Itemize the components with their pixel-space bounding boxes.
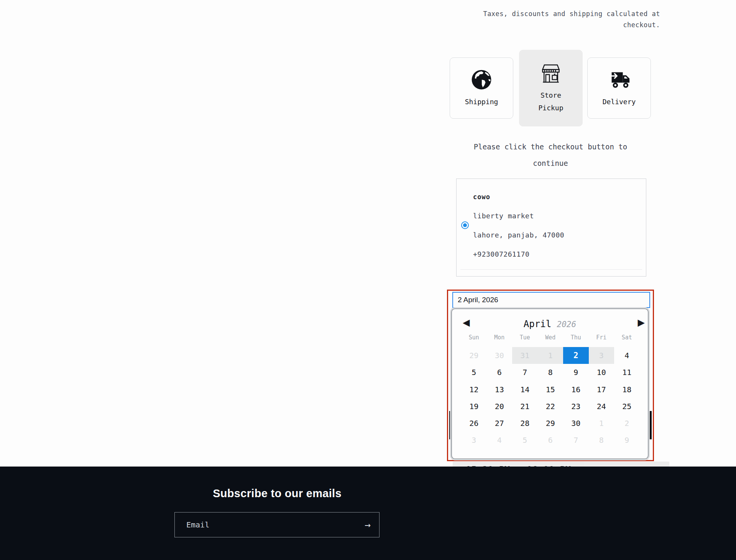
store-phone: +923007261170 xyxy=(473,245,564,264)
weekday-label: Mon xyxy=(487,334,513,341)
calendar-day[interactable]: 4 xyxy=(614,347,640,364)
delivery-option-label: Shipping xyxy=(465,95,498,108)
calendar-day[interactable]: 18 xyxy=(614,381,640,398)
calendar-weekday-row: SunMonTueWedThuFriSat xyxy=(461,334,640,341)
calendar-day-selected[interactable]: 2 xyxy=(563,347,589,364)
delivery-option-store-pickup[interactable]: Store Pickup xyxy=(519,50,583,126)
calendar-day[interactable]: 10 xyxy=(589,364,614,381)
calendar-day-grid: 2930311234567891011121314151617181920212… xyxy=(461,347,640,449)
calendar-day[interactable]: 19 xyxy=(461,398,487,415)
calendar-month: April xyxy=(524,319,551,329)
weekday-label: Thu xyxy=(563,334,589,341)
store-address: liberty market xyxy=(473,206,564,226)
calendar-title: April 2026 xyxy=(452,318,648,330)
globe-icon xyxy=(471,69,492,91)
pickup-location-radio[interactable] xyxy=(461,221,469,229)
weekday-label: Wed xyxy=(538,334,564,341)
calendar-day[interactable]: 20 xyxy=(487,398,513,415)
taxes-note: Taxes, discounts and shipping calculated… xyxy=(422,8,660,31)
calendar-day: 6 xyxy=(538,432,564,449)
card-divider xyxy=(460,269,642,270)
weekday-label: Fri xyxy=(589,334,614,341)
calendar-day: 3 xyxy=(461,432,487,449)
calendar-day[interactable]: 23 xyxy=(563,398,589,415)
calendar-day[interactable]: 16 xyxy=(563,381,589,398)
checkout-hint: Please click the checkout button to cont… xyxy=(447,139,654,172)
calendar-year: 2026 xyxy=(557,320,577,329)
pickup-location-card: cowo liberty market lahore, panjab, 4700… xyxy=(456,178,646,277)
delivery-option-label: Delivery xyxy=(603,95,636,108)
calendar-day[interactable]: 24 xyxy=(589,398,614,415)
calendar-day: 7 xyxy=(563,432,589,449)
calendar-day: 3 xyxy=(589,347,614,364)
truck-icon xyxy=(607,69,631,91)
calendar-day[interactable]: 5 xyxy=(461,364,487,381)
delivery-option-shipping[interactable]: Shipping xyxy=(450,57,513,119)
calendar-day: 30 xyxy=(487,347,513,364)
pickup-date-value: 2 April, 2026 xyxy=(458,296,498,304)
calendar-day[interactable]: 15 xyxy=(538,381,564,398)
store-city: lahore, panjab, 47000 xyxy=(473,226,564,245)
calendar-day[interactable]: 21 xyxy=(512,398,538,415)
calendar-day: 2 xyxy=(614,415,640,432)
pickup-location-details: cowo liberty market lahore, panjab, 4700… xyxy=(473,187,564,264)
calendar-day[interactable]: 11 xyxy=(614,364,640,381)
calendar-day[interactable]: 22 xyxy=(538,398,564,415)
email-field[interactable] xyxy=(175,520,356,530)
arrow-right-icon: → xyxy=(365,519,371,531)
calendar-day: 5 xyxy=(512,432,538,449)
pickup-date-input[interactable]: 2 April, 2026 xyxy=(452,292,650,308)
weekday-label: Sat xyxy=(614,334,640,341)
delivery-option-delivery[interactable]: Delivery xyxy=(587,57,651,119)
calendar-day: 8 xyxy=(589,432,614,449)
calendar-day[interactable]: 29 xyxy=(538,415,564,432)
storefront-icon xyxy=(539,62,562,84)
pickup-date-widget-highlight: 2 April, 2026 ◀ April 2026 ▶ SunMonTueWe… xyxy=(447,290,654,461)
calendar-day[interactable]: 7 xyxy=(512,364,538,381)
store-name: cowo xyxy=(473,187,564,206)
calendar-day[interactable]: 26 xyxy=(461,415,487,432)
calendar-day[interactable]: 17 xyxy=(589,381,614,398)
calendar-day: 31 xyxy=(512,347,538,364)
taxes-note-line2: checkout. xyxy=(623,21,660,29)
calendar-popup: ◀ April 2026 ▶ SunMonTueWedThuFriSat 293… xyxy=(451,308,649,459)
calendar-day: 1 xyxy=(589,415,614,432)
calendar-day[interactable]: 28 xyxy=(512,415,538,432)
calendar-day[interactable]: 14 xyxy=(512,381,538,398)
weekday-label: Tue xyxy=(512,334,538,341)
calendar-day[interactable]: 13 xyxy=(487,381,513,398)
calendar-day[interactable]: 27 xyxy=(487,415,513,432)
weekday-label: Sun xyxy=(461,334,487,341)
newsletter-submit-button[interactable]: → xyxy=(356,519,379,531)
calendar-day[interactable]: 25 xyxy=(614,398,640,415)
calendar-day[interactable]: 6 xyxy=(487,364,513,381)
delivery-option-label: Store Pickup xyxy=(529,89,572,114)
newsletter-form: → xyxy=(174,512,380,537)
calendar-day: 4 xyxy=(487,432,513,449)
calendar-day: 9 xyxy=(614,432,640,449)
taxes-note-line1: Taxes, discounts and shipping calculated… xyxy=(483,10,660,18)
calendar-day[interactable]: 30 xyxy=(563,415,589,432)
calendar-day: 29 xyxy=(461,347,487,364)
calendar-day: 1 xyxy=(538,347,564,364)
newsletter-heading: Subscribe to our emails xyxy=(124,487,430,500)
calendar-day[interactable]: 8 xyxy=(538,364,564,381)
footer: Subscribe to our emails → xyxy=(0,467,736,560)
calendar-next-month-icon[interactable]: ▶ xyxy=(638,317,645,328)
calendar-day[interactable]: 9 xyxy=(563,364,589,381)
calendar-day[interactable]: 12 xyxy=(461,381,487,398)
